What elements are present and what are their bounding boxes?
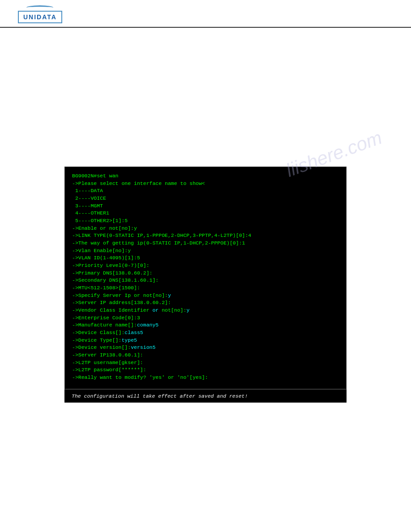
- terminal-line: ->Vendor Class Identifier or not[no]:y: [72, 307, 339, 314]
- terminal-line: ->Server IP address[138.0.60.2]:: [72, 299, 339, 307]
- terminal-line: 4----OTHER1: [72, 210, 339, 217]
- terminal-line: ->Specify Server Ip or not[no]:y: [72, 292, 339, 300]
- terminal-line: ->VLAN ID(1-4095)[1]:5: [72, 254, 339, 262]
- terminal-line: ->L2TP password[******]:: [72, 366, 339, 374]
- terminal-line: ->Vlan Enable[no]:y: [72, 247, 339, 255]
- terminal-line: ->Device Class[]:class5: [72, 329, 339, 337]
- terminal-line: ->Manufacture name[]:comany5: [72, 322, 339, 329]
- main-content: BG9002N#set wan ->Please select one inte…: [0, 28, 411, 416]
- terminal-line: ->Enable or not[no]:y: [72, 225, 339, 232]
- terminal-line: 3----MGMT: [72, 202, 339, 210]
- terminal-line: ->Really want to modify? 'yes' or 'no'[y…: [72, 374, 339, 382]
- terminal-line: ->Primary DNS[138.0.60.2]:: [72, 270, 339, 277]
- terminal-line: ->Secondary DNS[138.1.60.1]:: [72, 277, 339, 284]
- terminal-line: ->Device version[]:version5: [72, 344, 339, 352]
- terminal-wrapper: BG9002N#set wan ->Please select one inte…: [64, 167, 347, 403]
- terminal-line: BG9002N#set wan: [72, 172, 339, 180]
- terminal-footer: The configuration will take effect after…: [64, 389, 347, 403]
- terminal-line: ->L2TP username[gkser]:: [72, 359, 339, 367]
- header: UNIDATA: [0, 0, 411, 28]
- terminal-line: 2----VOICE: [72, 195, 339, 202]
- logo-text: UNIDATA: [23, 13, 57, 21]
- terminal-line: 5----OTHER2>[1]:5: [72, 217, 339, 225]
- terminal-line: ->Priority Level(0-7)[0]:: [72, 262, 339, 270]
- terminal-line: ->The way of getting ip(0-STATIC IP,1-DH…: [72, 240, 339, 247]
- terminal-line: ->MTU<512-1508>[1500]:: [72, 284, 339, 292]
- terminal-line: ->Please select one interface name to sh…: [72, 180, 339, 188]
- terminal-line: ->Device Type[]:type5: [72, 337, 339, 344]
- terminal: BG9002N#set wan ->Please select one inte…: [64, 167, 347, 389]
- logo: UNIDATA: [18, 5, 62, 23]
- terminal-line: 1----DATA: [72, 187, 339, 195]
- logo-box: UNIDATA: [18, 11, 62, 23]
- terminal-line: ->LINK TYPE(0-STATIC IP,1-PPPOE,2-DHCP,3…: [72, 232, 339, 240]
- logo-arc: [26, 5, 53, 10]
- terminal-line: ->Server IP138.0.60.1]:: [72, 352, 339, 359]
- terminal-line: ->Enterprise Code[0]:3: [72, 314, 339, 322]
